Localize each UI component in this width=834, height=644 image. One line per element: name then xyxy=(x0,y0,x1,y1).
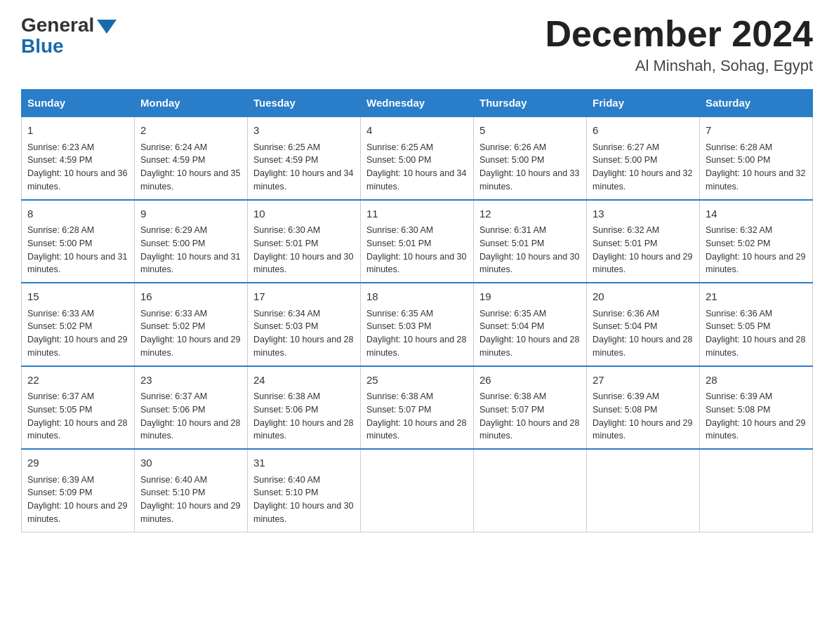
column-header-friday: Friday xyxy=(587,90,700,117)
sunset-label: Sunset: 5:08 PM xyxy=(593,405,657,415)
sunset-label: Sunset: 5:00 PM xyxy=(27,239,92,248)
daylight-label: Daylight: 10 hours and 29 minutes. xyxy=(706,418,805,441)
column-header-saturday: Saturday xyxy=(700,90,813,117)
calendar-cell: 14Sunrise: 6:32 AMSunset: 5:02 PMDayligh… xyxy=(700,200,813,283)
day-number: 24 xyxy=(253,373,355,389)
day-number: 4 xyxy=(366,123,468,139)
sunset-label: Sunset: 5:03 PM xyxy=(253,321,318,331)
sunrise-label: Sunrise: 6:36 AM xyxy=(593,309,659,318)
sunset-label: Sunset: 5:10 PM xyxy=(140,488,205,497)
day-number: 14 xyxy=(706,206,807,222)
sunset-label: Sunset: 5:04 PM xyxy=(593,321,657,331)
calendar-cell: 30Sunrise: 6:40 AMSunset: 5:10 PMDayligh… xyxy=(135,449,248,532)
sunrise-label: Sunrise: 6:28 AM xyxy=(706,142,772,152)
sunrise-label: Sunrise: 6:30 AM xyxy=(366,225,433,235)
daylight-label: Daylight: 10 hours and 30 minutes. xyxy=(253,501,353,524)
daylight-label: Daylight: 10 hours and 31 minutes. xyxy=(140,252,240,275)
sunrise-label: Sunrise: 6:24 AM xyxy=(140,142,207,152)
daylight-label: Daylight: 10 hours and 29 minutes. xyxy=(593,418,692,441)
sunset-label: Sunset: 5:07 PM xyxy=(479,405,544,415)
calendar-cell: 23Sunrise: 6:37 AMSunset: 5:06 PMDayligh… xyxy=(135,366,248,450)
sunrise-label: Sunrise: 6:37 AM xyxy=(140,391,207,401)
logo: General Blue xyxy=(21,14,117,58)
daylight-label: Daylight: 10 hours and 28 minutes. xyxy=(706,335,805,358)
day-number: 6 xyxy=(593,123,694,139)
sunrise-label: Sunrise: 6:30 AM xyxy=(253,225,320,235)
sunrise-label: Sunrise: 6:28 AM xyxy=(27,225,94,235)
location-subtitle: Al Minshah, Sohag, Egypt xyxy=(545,57,813,75)
sunset-label: Sunset: 5:09 PM xyxy=(27,488,92,497)
daylight-label: Daylight: 10 hours and 28 minutes. xyxy=(27,418,127,441)
sunset-label: Sunset: 5:04 PM xyxy=(479,321,544,331)
sunset-label: Sunset: 5:00 PM xyxy=(593,155,657,165)
day-number: 3 xyxy=(253,123,355,139)
calendar-cell: 22Sunrise: 6:37 AMSunset: 5:05 PMDayligh… xyxy=(22,366,135,450)
daylight-label: Daylight: 10 hours and 28 minutes. xyxy=(593,335,692,358)
sunset-label: Sunset: 4:59 PM xyxy=(27,155,92,165)
sunrise-label: Sunrise: 6:39 AM xyxy=(27,475,94,485)
calendar-cell: 31Sunrise: 6:40 AMSunset: 5:10 PMDayligh… xyxy=(248,449,361,532)
daylight-label: Daylight: 10 hours and 32 minutes. xyxy=(593,168,692,192)
sunset-label: Sunset: 5:07 PM xyxy=(366,405,431,415)
daylight-label: Daylight: 10 hours and 28 minutes. xyxy=(253,418,353,441)
daylight-label: Daylight: 10 hours and 29 minutes. xyxy=(706,252,805,275)
calendar-cell: 4Sunrise: 6:25 AMSunset: 5:00 PMDaylight… xyxy=(361,116,474,200)
calendar-cell: 17Sunrise: 6:34 AMSunset: 5:03 PMDayligh… xyxy=(248,283,361,366)
sunset-label: Sunset: 5:01 PM xyxy=(253,239,318,248)
sunset-label: Sunset: 5:02 PM xyxy=(27,321,92,331)
daylight-label: Daylight: 10 hours and 29 minutes. xyxy=(593,252,692,275)
logo-triangle-icon xyxy=(97,20,117,34)
day-number: 19 xyxy=(479,289,581,305)
sunrise-label: Sunrise: 6:35 AM xyxy=(479,309,546,318)
daylight-label: Daylight: 10 hours and 29 minutes. xyxy=(140,501,240,524)
calendar-cell: 10Sunrise: 6:30 AMSunset: 5:01 PMDayligh… xyxy=(248,200,361,283)
daylight-label: Daylight: 10 hours and 28 minutes. xyxy=(366,418,466,441)
page-header: General Blue December 2024 Al Minshah, S… xyxy=(21,14,813,75)
calendar-cell: 19Sunrise: 6:35 AMSunset: 5:04 PMDayligh… xyxy=(474,283,587,366)
day-number: 18 xyxy=(366,289,468,305)
sunset-label: Sunset: 5:06 PM xyxy=(253,405,318,415)
daylight-label: Daylight: 10 hours and 34 minutes. xyxy=(366,168,466,192)
calendar-cell xyxy=(587,449,700,532)
day-number: 7 xyxy=(706,123,807,139)
sunrise-label: Sunrise: 6:38 AM xyxy=(479,391,546,401)
sunrise-label: Sunrise: 6:26 AM xyxy=(479,142,546,152)
day-number: 8 xyxy=(27,206,128,222)
calendar-cell: 7Sunrise: 6:28 AMSunset: 5:00 PMDaylight… xyxy=(700,116,813,200)
sunrise-label: Sunrise: 6:36 AM xyxy=(706,309,772,318)
calendar-cell: 28Sunrise: 6:39 AMSunset: 5:08 PMDayligh… xyxy=(700,366,813,450)
sunset-label: Sunset: 5:00 PM xyxy=(140,239,205,248)
calendar-cell: 13Sunrise: 6:32 AMSunset: 5:01 PMDayligh… xyxy=(587,200,700,283)
sunrise-label: Sunrise: 6:34 AM xyxy=(253,309,320,318)
calendar-cell: 11Sunrise: 6:30 AMSunset: 5:01 PMDayligh… xyxy=(361,200,474,283)
sunset-label: Sunset: 5:02 PM xyxy=(140,321,205,331)
daylight-label: Daylight: 10 hours and 29 minutes. xyxy=(140,335,240,358)
sunrise-label: Sunrise: 6:39 AM xyxy=(593,391,659,401)
sunrise-label: Sunrise: 6:33 AM xyxy=(140,309,207,318)
daylight-label: Daylight: 10 hours and 28 minutes. xyxy=(479,335,579,358)
calendar-cell xyxy=(474,449,587,532)
day-number: 12 xyxy=(479,206,581,222)
column-header-sunday: Sunday xyxy=(22,90,135,117)
daylight-label: Daylight: 10 hours and 28 minutes. xyxy=(140,418,240,441)
calendar-cell: 2Sunrise: 6:24 AMSunset: 4:59 PMDaylight… xyxy=(135,116,248,200)
day-number: 1 xyxy=(27,123,128,139)
day-number: 5 xyxy=(479,123,581,139)
day-number: 17 xyxy=(253,289,355,305)
sunset-label: Sunset: 5:06 PM xyxy=(140,405,205,415)
day-number: 20 xyxy=(593,289,694,305)
day-number: 26 xyxy=(479,373,581,389)
sunrise-label: Sunrise: 6:32 AM xyxy=(706,225,772,235)
calendar-cell: 9Sunrise: 6:29 AMSunset: 5:00 PMDaylight… xyxy=(135,200,248,283)
sunrise-label: Sunrise: 6:35 AM xyxy=(366,309,433,318)
sunset-label: Sunset: 5:01 PM xyxy=(593,239,657,248)
calendar-cell: 16Sunrise: 6:33 AMSunset: 5:02 PMDayligh… xyxy=(135,283,248,366)
day-number: 25 xyxy=(366,373,468,389)
calendar-week-row: 22Sunrise: 6:37 AMSunset: 5:05 PMDayligh… xyxy=(22,366,813,450)
sunset-label: Sunset: 4:59 PM xyxy=(253,155,318,165)
column-header-tuesday: Tuesday xyxy=(248,90,361,117)
title-section: December 2024 Al Minshah, Sohag, Egypt xyxy=(545,14,813,75)
daylight-label: Daylight: 10 hours and 29 minutes. xyxy=(27,335,127,358)
daylight-label: Daylight: 10 hours and 31 minutes. xyxy=(27,252,127,275)
day-number: 23 xyxy=(140,373,241,389)
